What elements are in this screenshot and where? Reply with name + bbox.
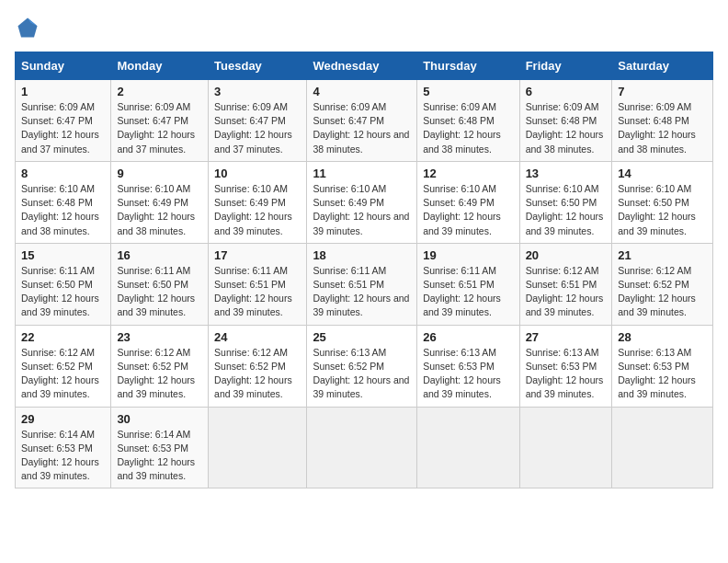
day-number: 11 — [313, 167, 411, 180]
day-info: Sunrise: 6:14 AMSunset: 6:53 PMDaylight:… — [21, 428, 105, 484]
calendar-week-row: 1Sunrise: 6:09 AMSunset: 6:47 PMDaylight… — [16, 80, 713, 162]
day-info: Sunrise: 6:11 AMSunset: 6:51 PMDaylight:… — [214, 264, 301, 320]
calendar-day-cell: 7Sunrise: 6:09 AMSunset: 6:48 PMDaylight… — [612, 80, 713, 162]
empty-cell — [612, 407, 713, 488]
day-info: Sunrise: 6:13 AMSunset: 6:52 PMDaylight:… — [313, 346, 411, 402]
calendar-day-cell: 4Sunrise: 6:09 AMSunset: 6:47 PMDaylight… — [307, 80, 417, 162]
calendar-day-cell: 21Sunrise: 6:12 AMSunset: 6:52 PMDayligh… — [612, 243, 713, 325]
day-info: Sunrise: 6:10 AMSunset: 6:50 PMDaylight:… — [526, 182, 607, 238]
calendar-day-cell: 27Sunrise: 6:13 AMSunset: 6:53 PMDayligh… — [519, 325, 612, 407]
calendar-day-cell: 11Sunrise: 6:10 AMSunset: 6:49 PMDayligh… — [307, 161, 417, 243]
day-info: Sunrise: 6:12 AMSunset: 6:52 PMDaylight:… — [214, 346, 301, 402]
day-info: Sunrise: 6:11 AMSunset: 6:51 PMDaylight:… — [423, 264, 513, 320]
day-number: 2 — [117, 85, 202, 98]
day-number: 18 — [313, 248, 411, 262]
day-info: Sunrise: 6:11 AMSunset: 6:51 PMDaylight:… — [313, 264, 411, 320]
day-header-row: SundayMondayTuesdayWednesdayThursdayFrid… — [16, 52, 713, 80]
day-number: 19 — [423, 248, 513, 262]
calendar-day-cell: 6Sunrise: 6:09 AMSunset: 6:48 PMDaylight… — [519, 80, 612, 162]
calendar-day-cell: 12Sunrise: 6:10 AMSunset: 6:49 PMDayligh… — [417, 161, 519, 243]
day-number: 27 — [526, 330, 607, 344]
calendar-day-cell: 18Sunrise: 6:11 AMSunset: 6:51 PMDayligh… — [307, 243, 417, 325]
empty-cell — [209, 407, 307, 488]
calendar-day-cell: 30Sunrise: 6:14 AMSunset: 6:53 PMDayligh… — [111, 407, 209, 488]
day-number: 25 — [313, 330, 411, 344]
day-info: Sunrise: 6:14 AMSunset: 6:53 PMDaylight:… — [117, 428, 202, 484]
day-number: 12 — [423, 167, 513, 180]
calendar-day-cell: 10Sunrise: 6:10 AMSunset: 6:49 PMDayligh… — [209, 161, 307, 243]
day-info: Sunrise: 6:12 AMSunset: 6:52 PMDaylight:… — [618, 264, 707, 320]
calendar-day-cell: 2Sunrise: 6:09 AMSunset: 6:47 PMDaylight… — [111, 80, 209, 162]
day-info: Sunrise: 6:11 AMSunset: 6:50 PMDaylight:… — [21, 264, 105, 320]
day-info: Sunrise: 6:09 AMSunset: 6:48 PMDaylight:… — [618, 100, 707, 156]
day-number: 4 — [313, 85, 411, 98]
day-number: 22 — [21, 330, 105, 344]
calendar-week-row: 29Sunrise: 6:14 AMSunset: 6:53 PMDayligh… — [16, 407, 713, 488]
calendar-week-row: 15Sunrise: 6:11 AMSunset: 6:50 PMDayligh… — [16, 243, 713, 325]
calendar-day-cell: 14Sunrise: 6:10 AMSunset: 6:50 PMDayligh… — [612, 161, 713, 243]
day-info: Sunrise: 6:10 AMSunset: 6:50 PMDaylight:… — [618, 182, 707, 238]
day-info: Sunrise: 6:13 AMSunset: 6:53 PMDaylight:… — [423, 346, 513, 402]
day-number: 20 — [526, 248, 607, 262]
calendar-week-row: 8Sunrise: 6:10 AMSunset: 6:48 PMDaylight… — [16, 161, 713, 243]
day-info: Sunrise: 6:13 AMSunset: 6:53 PMDaylight:… — [618, 346, 707, 402]
day-number: 26 — [423, 330, 513, 344]
day-info: Sunrise: 6:10 AMSunset: 6:49 PMDaylight:… — [214, 182, 301, 238]
calendar-day-cell: 3Sunrise: 6:09 AMSunset: 6:47 PMDaylight… — [209, 80, 307, 162]
day-number: 8 — [21, 167, 105, 180]
calendar-day-cell: 9Sunrise: 6:10 AMSunset: 6:49 PMDaylight… — [111, 161, 209, 243]
calendar-day-cell: 20Sunrise: 6:12 AMSunset: 6:51 PMDayligh… — [519, 243, 612, 325]
day-info: Sunrise: 6:09 AMSunset: 6:48 PMDaylight:… — [526, 100, 607, 156]
day-number: 30 — [117, 412, 202, 426]
calendar-day-cell: 29Sunrise: 6:14 AMSunset: 6:53 PMDayligh… — [16, 407, 111, 488]
day-number: 6 — [526, 85, 607, 98]
calendar-day-cell: 16Sunrise: 6:11 AMSunset: 6:50 PMDayligh… — [111, 243, 209, 325]
col-header-thursday: Thursday — [417, 52, 519, 80]
day-number: 24 — [214, 330, 301, 344]
day-info: Sunrise: 6:09 AMSunset: 6:48 PMDaylight:… — [423, 100, 513, 156]
calendar-day-cell: 1Sunrise: 6:09 AMSunset: 6:47 PMDaylight… — [16, 80, 111, 162]
col-header-tuesday: Tuesday — [209, 52, 307, 80]
day-number: 21 — [618, 248, 707, 262]
day-info: Sunrise: 6:09 AMSunset: 6:47 PMDaylight:… — [117, 100, 202, 156]
calendar-day-cell: 25Sunrise: 6:13 AMSunset: 6:52 PMDayligh… — [307, 325, 417, 407]
day-number: 16 — [117, 248, 202, 262]
day-number: 29 — [21, 412, 105, 426]
calendar-day-cell: 5Sunrise: 6:09 AMSunset: 6:48 PMDaylight… — [417, 80, 519, 162]
day-number: 17 — [214, 248, 301, 262]
col-header-friday: Friday — [519, 52, 612, 80]
calendar-week-row: 22Sunrise: 6:12 AMSunset: 6:52 PMDayligh… — [16, 325, 713, 407]
empty-cell — [519, 407, 612, 488]
day-info: Sunrise: 6:10 AMSunset: 6:48 PMDaylight:… — [21, 182, 105, 238]
day-number: 15 — [21, 248, 105, 262]
calendar-day-cell: 26Sunrise: 6:13 AMSunset: 6:53 PMDayligh… — [417, 325, 519, 407]
day-number: 7 — [618, 85, 707, 98]
empty-cell — [417, 407, 519, 488]
day-info: Sunrise: 6:09 AMSunset: 6:47 PMDaylight:… — [21, 100, 105, 156]
col-header-saturday: Saturday — [612, 52, 713, 80]
svg-marker-0 — [18, 18, 38, 38]
calendar-day-cell: 17Sunrise: 6:11 AMSunset: 6:51 PMDayligh… — [209, 243, 307, 325]
calendar-day-cell: 24Sunrise: 6:12 AMSunset: 6:52 PMDayligh… — [209, 325, 307, 407]
calendar-day-cell: 23Sunrise: 6:12 AMSunset: 6:52 PMDayligh… — [111, 325, 209, 407]
day-number: 5 — [423, 85, 513, 98]
day-number: 10 — [214, 167, 301, 180]
calendar-table: SundayMondayTuesdayWednesdayThursdayFrid… — [15, 52, 713, 488]
day-info: Sunrise: 6:11 AMSunset: 6:50 PMDaylight:… — [117, 264, 202, 320]
logo — [15, 15, 44, 40]
day-number: 14 — [618, 167, 707, 180]
col-header-wednesday: Wednesday — [307, 52, 417, 80]
col-header-monday: Monday — [111, 52, 209, 80]
day-info: Sunrise: 6:12 AMSunset: 6:52 PMDaylight:… — [117, 346, 202, 402]
day-number: 9 — [117, 167, 202, 180]
day-info: Sunrise: 6:13 AMSunset: 6:53 PMDaylight:… — [526, 346, 607, 402]
calendar-day-cell: 8Sunrise: 6:10 AMSunset: 6:48 PMDaylight… — [16, 161, 111, 243]
day-info: Sunrise: 6:12 AMSunset: 6:52 PMDaylight:… — [21, 346, 105, 402]
calendar-day-cell: 15Sunrise: 6:11 AMSunset: 6:50 PMDayligh… — [16, 243, 111, 325]
day-info: Sunrise: 6:10 AMSunset: 6:49 PMDaylight:… — [117, 182, 202, 238]
day-info: Sunrise: 6:10 AMSunset: 6:49 PMDaylight:… — [423, 182, 513, 238]
calendar-day-cell: 28Sunrise: 6:13 AMSunset: 6:53 PMDayligh… — [612, 325, 713, 407]
empty-cell — [307, 407, 417, 488]
day-number: 3 — [214, 85, 301, 98]
day-number: 1 — [21, 85, 105, 98]
